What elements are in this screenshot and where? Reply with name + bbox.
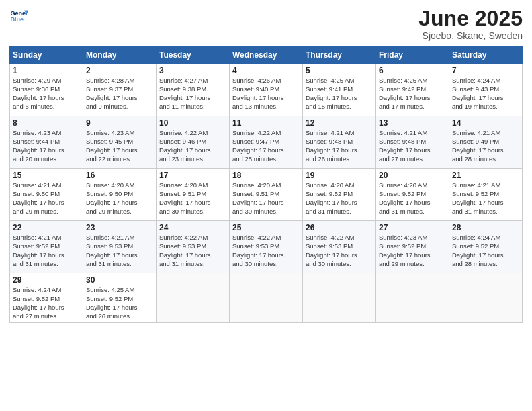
col-header-sunday: Sunday xyxy=(10,47,83,64)
calendar-cell xyxy=(303,273,376,323)
calendar-week-row: 1Sunrise: 4:29 AMSunset: 9:36 PMDaylight… xyxy=(10,64,523,116)
calendar-subtitle: Sjoebo, Skane, Sweden xyxy=(418,30,523,41)
day-number: 16 xyxy=(86,171,153,180)
col-header-monday: Monday xyxy=(83,47,157,64)
logo-icon: General Blue xyxy=(9,7,28,26)
calendar-cell: 15Sunrise: 4:21 AMSunset: 9:50 PMDayligh… xyxy=(10,169,83,221)
day-number: 21 xyxy=(452,171,519,180)
calendar-cell: 25Sunrise: 4:22 AMSunset: 9:53 PMDayligh… xyxy=(230,221,303,273)
calendar-cell xyxy=(449,273,523,323)
day-number: 20 xyxy=(379,171,446,180)
day-info: Sunrise: 4:20 AMSunset: 9:51 PMDaylight:… xyxy=(159,181,226,216)
calendar-cell: 3Sunrise: 4:27 AMSunset: 9:38 PMDaylight… xyxy=(157,64,230,116)
day-number: 7 xyxy=(452,66,519,75)
day-info: Sunrise: 4:21 AMSunset: 9:52 PMDaylight:… xyxy=(452,181,519,216)
calendar-week-row: 22Sunrise: 4:21 AMSunset: 9:52 PMDayligh… xyxy=(10,221,523,273)
day-info: Sunrise: 4:23 AMSunset: 9:45 PMDaylight:… xyxy=(86,129,153,163)
day-info: Sunrise: 4:20 AMSunset: 9:52 PMDaylight:… xyxy=(379,181,446,216)
calendar-week-row: 8Sunrise: 4:23 AMSunset: 9:44 PMDaylight… xyxy=(10,116,523,169)
calendar-cell: 7Sunrise: 4:24 AMSunset: 9:43 PMDaylight… xyxy=(449,64,523,116)
day-info: Sunrise: 4:21 AMSunset: 9:52 PMDaylight:… xyxy=(13,234,80,268)
calendar-cell: 14Sunrise: 4:21 AMSunset: 9:49 PMDayligh… xyxy=(449,116,523,169)
day-number: 10 xyxy=(159,118,226,128)
day-number: 27 xyxy=(379,223,446,232)
calendar-cell: 29Sunrise: 4:24 AMSunset: 9:52 PMDayligh… xyxy=(10,273,83,323)
day-number: 19 xyxy=(306,171,373,180)
day-info: Sunrise: 4:23 AMSunset: 9:44 PMDaylight:… xyxy=(13,129,80,163)
day-info: Sunrise: 4:22 AMSunset: 9:46 PMDaylight:… xyxy=(159,129,226,163)
logo: General Blue xyxy=(9,7,28,26)
day-info: Sunrise: 4:20 AMSunset: 9:50 PMDaylight:… xyxy=(86,181,153,216)
col-header-wednesday: Wednesday xyxy=(230,47,303,64)
day-number: 24 xyxy=(159,223,226,232)
day-number: 30 xyxy=(86,275,153,285)
day-info: Sunrise: 4:26 AMSunset: 9:40 PMDaylight:… xyxy=(232,77,300,111)
calendar-cell: 6Sunrise: 4:25 AMSunset: 9:42 PMDaylight… xyxy=(376,64,449,116)
day-info: Sunrise: 4:21 AMSunset: 9:50 PMDaylight:… xyxy=(13,181,80,216)
day-number: 25 xyxy=(232,223,300,232)
day-number: 23 xyxy=(86,223,153,232)
day-number: 11 xyxy=(232,118,300,128)
col-header-friday: Friday xyxy=(376,47,449,64)
calendar-cell: 5Sunrise: 4:25 AMSunset: 9:41 PMDaylight… xyxy=(303,64,376,116)
day-number: 6 xyxy=(379,66,446,75)
calendar-cell: 17Sunrise: 4:20 AMSunset: 9:51 PMDayligh… xyxy=(157,169,230,221)
day-number: 4 xyxy=(232,66,300,75)
day-number: 15 xyxy=(13,171,80,180)
day-number: 17 xyxy=(159,171,226,180)
day-number: 8 xyxy=(13,118,80,128)
calendar-cell: 13Sunrise: 4:21 AMSunset: 9:48 PMDayligh… xyxy=(376,116,449,169)
day-info: Sunrise: 4:20 AMSunset: 9:52 PMDaylight:… xyxy=(306,181,373,216)
calendar-cell: 27Sunrise: 4:23 AMSunset: 9:52 PMDayligh… xyxy=(376,221,449,273)
svg-text:Blue: Blue xyxy=(10,16,24,23)
calendar-cell xyxy=(157,273,230,323)
calendar-week-row: 29Sunrise: 4:24 AMSunset: 9:52 PMDayligh… xyxy=(10,273,523,323)
day-number: 22 xyxy=(13,223,80,232)
day-info: Sunrise: 4:24 AMSunset: 9:52 PMDaylight:… xyxy=(452,234,519,268)
day-info: Sunrise: 4:25 AMSunset: 9:41 PMDaylight:… xyxy=(306,77,373,111)
day-info: Sunrise: 4:29 AMSunset: 9:36 PMDaylight:… xyxy=(13,77,80,111)
calendar-cell: 4Sunrise: 4:26 AMSunset: 9:40 PMDaylight… xyxy=(230,64,303,116)
calendar-cell: 26Sunrise: 4:22 AMSunset: 9:53 PMDayligh… xyxy=(303,221,376,273)
calendar-cell: 10Sunrise: 4:22 AMSunset: 9:46 PMDayligh… xyxy=(157,116,230,169)
day-number: 12 xyxy=(306,118,373,128)
day-number: 3 xyxy=(159,66,226,75)
calendar-cell: 24Sunrise: 4:22 AMSunset: 9:53 PMDayligh… xyxy=(157,221,230,273)
day-number: 14 xyxy=(452,118,519,128)
calendar-cell: 8Sunrise: 4:23 AMSunset: 9:44 PMDaylight… xyxy=(10,116,83,169)
calendar-cell xyxy=(376,273,449,323)
calendar-cell: 11Sunrise: 4:22 AMSunset: 9:47 PMDayligh… xyxy=(230,116,303,169)
calendar-cell: 21Sunrise: 4:21 AMSunset: 9:52 PMDayligh… xyxy=(449,169,523,221)
day-info: Sunrise: 4:23 AMSunset: 9:52 PMDaylight:… xyxy=(379,234,446,268)
title-block: June 2025 Sjoebo, Skane, Sweden xyxy=(418,7,523,41)
calendar-cell: 16Sunrise: 4:20 AMSunset: 9:50 PMDayligh… xyxy=(83,169,157,221)
day-info: Sunrise: 4:21 AMSunset: 9:49 PMDaylight:… xyxy=(452,129,519,163)
day-info: Sunrise: 4:21 AMSunset: 9:53 PMDaylight:… xyxy=(86,234,153,268)
day-info: Sunrise: 4:24 AMSunset: 9:43 PMDaylight:… xyxy=(452,77,519,111)
day-number: 29 xyxy=(13,275,80,285)
calendar-cell: 22Sunrise: 4:21 AMSunset: 9:52 PMDayligh… xyxy=(10,221,83,273)
day-info: Sunrise: 4:28 AMSunset: 9:37 PMDaylight:… xyxy=(86,77,153,111)
day-number: 18 xyxy=(232,171,300,180)
calendar-cell: 28Sunrise: 4:24 AMSunset: 9:52 PMDayligh… xyxy=(449,221,523,273)
calendar-table: SundayMondayTuesdayWednesdayThursdayFrid… xyxy=(9,46,523,323)
day-info: Sunrise: 4:22 AMSunset: 9:53 PMDaylight:… xyxy=(159,234,226,268)
day-number: 26 xyxy=(306,223,373,232)
day-number: 28 xyxy=(452,223,519,232)
calendar-cell: 19Sunrise: 4:20 AMSunset: 9:52 PMDayligh… xyxy=(303,169,376,221)
col-header-thursday: Thursday xyxy=(303,47,376,64)
day-info: Sunrise: 4:21 AMSunset: 9:48 PMDaylight:… xyxy=(379,129,446,163)
calendar-cell: 12Sunrise: 4:21 AMSunset: 9:48 PMDayligh… xyxy=(303,116,376,169)
day-info: Sunrise: 4:25 AMSunset: 9:52 PMDaylight:… xyxy=(86,286,153,320)
day-number: 9 xyxy=(86,118,153,128)
col-header-saturday: Saturday xyxy=(449,47,523,64)
calendar-cell: 20Sunrise: 4:20 AMSunset: 9:52 PMDayligh… xyxy=(376,169,449,221)
calendar-cell: 23Sunrise: 4:21 AMSunset: 9:53 PMDayligh… xyxy=(83,221,157,273)
calendar-cell xyxy=(230,273,303,323)
day-info: Sunrise: 4:22 AMSunset: 9:53 PMDaylight:… xyxy=(306,234,373,268)
day-info: Sunrise: 4:22 AMSunset: 9:53 PMDaylight:… xyxy=(232,234,300,268)
day-number: 1 xyxy=(13,66,80,75)
day-info: Sunrise: 4:27 AMSunset: 9:38 PMDaylight:… xyxy=(159,77,226,111)
calendar-cell: 1Sunrise: 4:29 AMSunset: 9:36 PMDaylight… xyxy=(10,64,83,116)
calendar-cell: 30Sunrise: 4:25 AMSunset: 9:52 PMDayligh… xyxy=(83,273,157,323)
